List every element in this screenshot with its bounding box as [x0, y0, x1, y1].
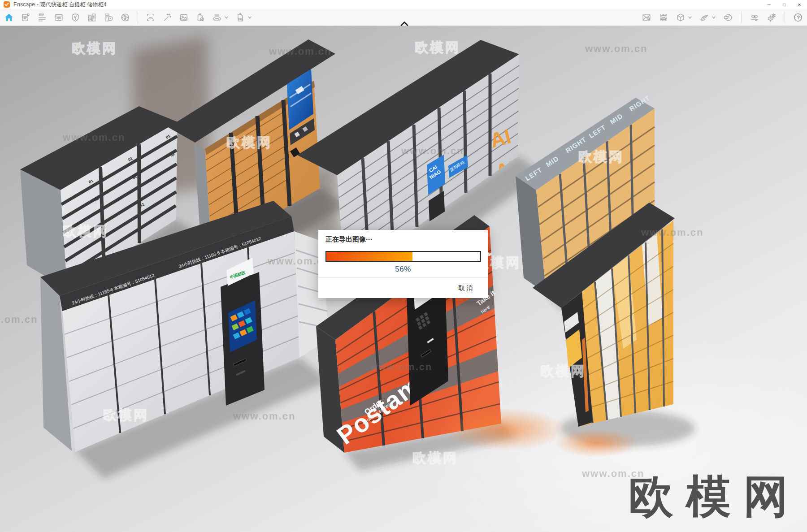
watermark-site: www.om.cn [233, 411, 295, 422]
orthographic-cube-combo [675, 12, 693, 23]
progress-bar-fill [326, 252, 412, 261]
cancel-button[interactable]: 取消 [456, 282, 477, 294]
svg-text:BIM: BIM [39, 13, 44, 16]
export-exe-icon[interactable]: EXE [235, 12, 246, 23]
video-editor-icon[interactable] [120, 12, 130, 23]
fly-mode-combo [699, 12, 716, 23]
bim-mode-icon[interactable]: BIM [37, 12, 48, 23]
watermark-logo: 欧模网 [63, 222, 108, 241]
export-exe-combo: EXE [235, 12, 252, 23]
magic-tools-icon[interactable] [162, 12, 173, 23]
oumo-site-logo: 欧模网 [629, 467, 801, 528]
home-icon[interactable] [4, 12, 14, 23]
fly-mode-wing-icon[interactable] [699, 12, 710, 23]
minimize-button[interactable]: ─ [761, 0, 777, 9]
watermark-logo: 欧模网 [578, 148, 624, 166]
help-icon[interactable]: ? [793, 12, 803, 23]
watermark-logo: 欧模网 [103, 406, 149, 424]
watermark-site: www.om.cn [585, 43, 647, 55]
maximize-button[interactable]: □ [777, 0, 792, 9]
screenshot-icon[interactable] [145, 12, 156, 23]
toolbar-right-group: ? [641, 12, 803, 23]
watermark-site: www.om.cn [370, 361, 432, 373]
toolbar-separator [741, 12, 742, 23]
render-viewport[interactable]: 01 01 01 02 02 02 02 02 [0, 26, 807, 532]
panorama-360-icon[interactable]: 360 [212, 12, 222, 23]
watermark-site: www.om.cn [0, 314, 38, 325]
export-document-icon[interactable] [195, 12, 206, 23]
enscape-window: Enscape - 现代快递柜 自提柜 储物柜4 ─ □ ✕ BIM [0, 0, 807, 532]
title-bar: Enscape - 现代快递柜 自提柜 储物柜4 ─ □ ✕ [0, 0, 807, 9]
yellow-floor-glow [554, 428, 639, 457]
quality-shield-icon[interactable] [70, 12, 81, 23]
svg-text:?: ? [797, 15, 800, 20]
watermark-site: www.om.cn [641, 227, 703, 238]
progress-percent-label: 56% [318, 265, 488, 274]
send-location-icon[interactable] [641, 12, 652, 23]
panorama-360-combo: 360 [212, 12, 229, 23]
watermark-logo: 欧模网 [412, 449, 458, 467]
document-notes-icon[interactable] [20, 12, 31, 23]
window-title: Enscape - 现代快递柜 自提柜 储物柜4 [13, 1, 107, 9]
building-energy-icon[interactable] [103, 12, 114, 23]
dialog-title: 正在导出图像··· [325, 235, 373, 244]
render-window-icon[interactable] [53, 12, 64, 23]
toolbar-separator [138, 12, 138, 23]
fly-chevron-down-icon[interactable] [711, 12, 716, 23]
collapse-panel-chevron-icon[interactable] [400, 21, 409, 29]
watermark-logo: 欧模网 [415, 39, 460, 57]
watermark-site: www.om.cn [269, 46, 331, 57]
visual-settings-icon[interactable] [749, 12, 760, 23]
settings-gears-icon[interactable] [766, 12, 777, 23]
buildings-icon[interactable] [87, 12, 97, 23]
watermark-logo: 欧模网 [226, 134, 272, 152]
render-image-icon[interactable] [178, 12, 189, 23]
watermark-site: www.om.cn [63, 132, 125, 143]
orthographic-cube-icon[interactable] [675, 12, 686, 23]
svg-text:EXE: EXE [239, 17, 243, 20]
exe-chevron-down-icon[interactable] [247, 12, 252, 23]
progress-bar-track [325, 251, 481, 262]
watermark-logo: 欧模网 [72, 39, 117, 58]
toolbar-separator [785, 12, 785, 23]
vr-headset-icon[interactable] [723, 12, 733, 23]
panorama-chevron-down-icon[interactable] [224, 12, 229, 23]
svg-text:360: 360 [215, 13, 220, 16]
cube-chevron-down-icon[interactable] [687, 12, 693, 23]
batch-render-icon[interactable] [658, 12, 669, 23]
window-controls: ─ □ ✕ [761, 0, 807, 9]
close-button[interactable]: ✕ [792, 0, 807, 9]
watermark-site: www.om.cn [401, 145, 464, 157]
toolbar-left-group: BIM [4, 12, 252, 23]
export-progress-dialog: 正在导出图像··· 56% 取消 [318, 230, 488, 298]
dialog-divider [318, 277, 488, 277]
enscape-logo-icon [4, 1, 10, 8]
orange-floor-glow [442, 408, 567, 451]
watermark-logo: 欧模网 [540, 362, 586, 381]
